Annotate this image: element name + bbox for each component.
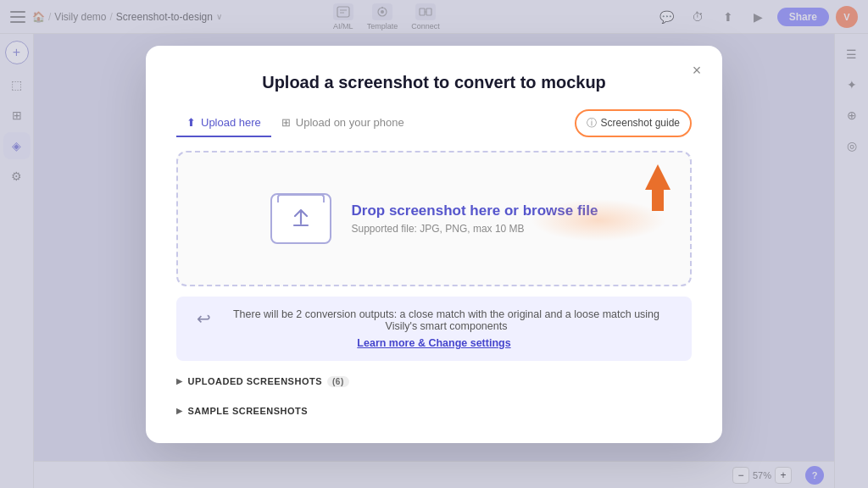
info-bar: ↩ There will be 2 conversion outputs: a … [176,297,692,361]
learn-more-link[interactable]: Learn more & Change settings [357,337,510,349]
drop-text-area: Drop screenshot here or browse file Supp… [352,202,598,235]
drop-sub-text: Supported file: JPG, PNG, max 10 MB [352,223,598,235]
modal-tabs: ⬆ Upload here ⊞ Upload on your phone ⓘ S… [176,109,692,137]
modal-close-button[interactable]: × [685,59,709,83]
modal-title: Upload a screenshot to convert to mockup [176,73,692,92]
tab-upload-here[interactable]: ⬆ Upload here [176,109,271,137]
sample-screenshots-triangle: ▶ [176,407,183,415]
modal-overlay: Upload a screenshot to convert to mockup… [0,0,868,488]
svg-marker-10 [645,164,670,211]
info-icon: ⓘ [587,116,597,130]
upload-phone-tab-label: Upload on your phone [296,116,404,129]
upload-arrow-icon [289,207,313,230]
drop-zone[interactable]: Drop screenshot here or browse file Supp… [176,151,692,286]
screenshot-guide-button[interactable]: ⓘ Screenshot guide [575,109,692,137]
uploaded-screenshots-section: ▶ UPLOADED SCREENSHOTS (6) [176,373,692,391]
sample-screenshots-label: SAMPLE SCREENSHOTS [188,406,309,416]
uploaded-screenshots-label: UPLOADED SCREENSHOTS [188,376,323,386]
uploaded-screenshots-triangle: ▶ [176,377,183,385]
upload-here-tab-label: Upload here [201,116,261,129]
tab-upload-phone[interactable]: ⊞ Upload on your phone [271,109,415,137]
info-bar-arrow-icon: ↩ [197,308,211,329]
uploaded-screenshots-count: (6) [327,376,349,387]
upload-here-tab-icon: ⬆ [186,116,196,129]
drop-main-text: Drop screenshot here or browse file [352,202,598,219]
browse-file-link[interactable]: browse file [523,202,598,219]
arrow-annotation [624,156,692,215]
upload-phone-tab-icon: ⊞ [281,116,291,129]
uploaded-screenshots-header[interactable]: ▶ UPLOADED SCREENSHOTS (6) [176,373,692,391]
upload-modal: Upload a screenshot to convert to mockup… [146,46,722,443]
upload-icon-box [270,193,331,244]
sample-screenshots-header[interactable]: ▶ SAMPLE SCREENSHOTS [176,402,692,419]
info-bar-text: There will be 2 conversion outputs: a cl… [218,308,675,332]
sample-screenshots-section: ▶ SAMPLE SCREENSHOTS [176,402,692,419]
screenshot-guide-label: Screenshot guide [601,117,680,129]
